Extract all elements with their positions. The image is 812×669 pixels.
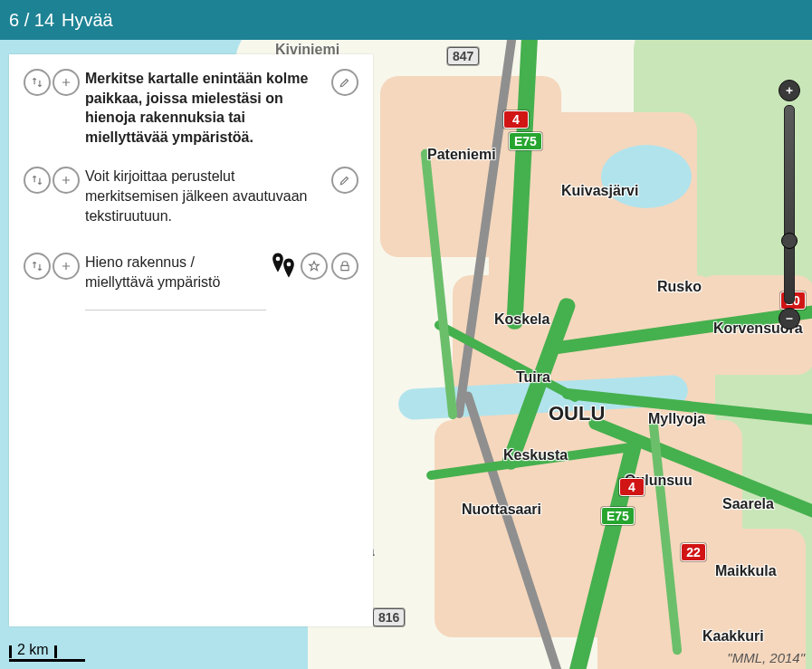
edit-icon[interactable] xyxy=(331,167,358,194)
map-scale: 2 km xyxy=(9,642,57,662)
road-shield: 4 xyxy=(503,110,529,129)
road-shield: 22 xyxy=(681,543,706,561)
map-label: Myllyoja xyxy=(648,411,705,427)
road-shield: E75 xyxy=(601,507,635,525)
edit-icon[interactable] xyxy=(331,69,358,96)
panel-row-instruction-2: Voit kirjoittaa perustelut merkitsemisen… xyxy=(24,167,358,225)
map-label: Keskusta xyxy=(503,447,568,464)
question-panel: Merkitse kartalle enintään kolme paikkaa… xyxy=(9,54,373,626)
map-label: Koskela xyxy=(494,311,549,328)
map-label: Saarela xyxy=(722,496,774,512)
road-shield: 847 xyxy=(447,47,479,65)
map-scale-label: 2 km xyxy=(17,642,49,658)
road-shield: 816 xyxy=(373,608,405,626)
zoom-slider-track[interactable] xyxy=(784,105,795,304)
map-attribution: "MML, 2014" xyxy=(727,650,805,665)
road-shield: E75 xyxy=(509,132,542,150)
progress-indicator: 6 / 14 xyxy=(9,10,54,31)
sort-icon[interactable] xyxy=(24,253,51,280)
instruction-text: Merkitse kartalle enintään kolme paikkaa… xyxy=(85,69,326,147)
map-label: Kuivasjärvi xyxy=(561,183,638,199)
header-bar: 6 / 14 Hyvää xyxy=(0,0,812,40)
panel-row-instruction-1: Merkitse kartalle enintään kolme paikkaa… xyxy=(24,69,358,147)
map-label: Maikkula xyxy=(715,563,777,579)
zoom-control xyxy=(778,80,801,330)
map-label-city: OULU xyxy=(549,402,605,425)
plus-icon[interactable] xyxy=(53,69,80,96)
plus-icon[interactable] xyxy=(53,253,80,280)
zoom-out-button[interactable] xyxy=(779,308,800,330)
map-label: Rusko xyxy=(657,279,702,295)
zoom-in-button[interactable] xyxy=(779,80,800,101)
marker-icon[interactable] xyxy=(272,253,295,272)
map-label: Tuira xyxy=(516,369,550,386)
sort-icon[interactable] xyxy=(24,167,51,194)
app-root: 6 / 14 Hyvää xyxy=(0,0,812,669)
plus-icon[interactable] xyxy=(53,167,80,194)
map-canvas[interactable]: Kiviniemi Pateniemi Kuivasjärvi Rusko Ko… xyxy=(0,40,812,669)
panel-row-marker-tool: Hieno rakennus / miellyttävä ympäristö xyxy=(24,253,358,311)
star-icon[interactable] xyxy=(301,253,328,280)
instruction-text: Voit kirjoittaa perustelut merkitsemisen… xyxy=(85,167,326,225)
road-shield: 4 xyxy=(619,478,645,496)
map-label: Nuottasaari xyxy=(462,502,541,518)
map-label: Pateniemi xyxy=(427,147,496,163)
lock-icon[interactable] xyxy=(331,253,358,280)
page-title: Hyvää xyxy=(62,10,113,31)
sort-icon[interactable] xyxy=(24,69,51,96)
zoom-slider-knob[interactable] xyxy=(781,233,798,249)
marker-tool-label[interactable]: Hieno rakennus / miellyttävä ympäristö xyxy=(85,253,266,311)
map-label: Kaakkuri xyxy=(702,628,764,645)
